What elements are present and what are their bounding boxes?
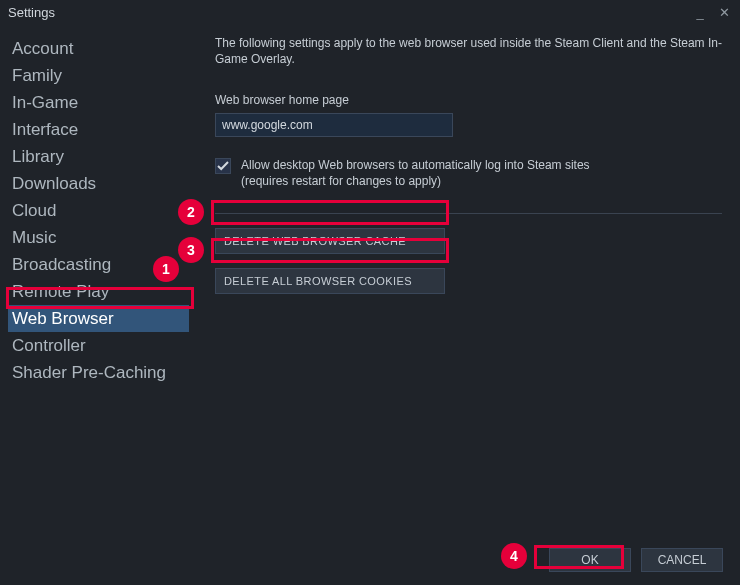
sidebar-item-web-browser[interactable]: Web Browser: [8, 305, 189, 332]
sidebar-item-family[interactable]: Family: [8, 62, 189, 89]
sidebar-item-broadcasting[interactable]: Broadcasting: [8, 251, 189, 278]
sidebar-item-in-game[interactable]: In-Game: [8, 89, 189, 116]
sidebar-item-controller[interactable]: Controller: [8, 332, 189, 359]
window-title: Settings: [8, 5, 692, 20]
main-panel: The following settings apply to the web …: [195, 25, 740, 535]
minimize-icon[interactable]: _: [692, 5, 708, 20]
sidebar-item-shader-pre-caching[interactable]: Shader Pre-Caching: [8, 359, 189, 386]
titlebar: Settings _ ✕: [0, 0, 740, 25]
sidebar-item-cloud[interactable]: Cloud: [8, 197, 189, 224]
autologin-checkbox[interactable]: [215, 158, 231, 174]
window-controls: _ ✕: [692, 5, 732, 20]
autologin-note: (requires restart for changes to apply): [241, 174, 441, 188]
autologin-row: Allow desktop Web browsers to automatica…: [215, 157, 722, 189]
check-icon: [217, 160, 229, 172]
ok-button[interactable]: OK: [549, 548, 631, 572]
sidebar-item-music[interactable]: Music: [8, 224, 189, 251]
cancel-button[interactable]: CANCEL: [641, 548, 723, 572]
sidebar-item-remote-play[interactable]: Remote Play: [8, 278, 189, 305]
sidebar-item-downloads[interactable]: Downloads: [8, 170, 189, 197]
delete-cookies-button[interactable]: DELETE ALL BROWSER COOKIES: [215, 268, 445, 294]
sidebar-item-interface[interactable]: Interface: [8, 116, 189, 143]
homepage-label: Web browser home page: [215, 93, 722, 107]
divider: [215, 213, 722, 214]
panel-description: The following settings apply to the web …: [215, 35, 722, 67]
settings-sidebar: Account Family In-Game Interface Library…: [0, 25, 195, 535]
sidebar-item-library[interactable]: Library: [8, 143, 189, 170]
autologin-label: Allow desktop Web browsers to automatica…: [241, 157, 590, 189]
delete-cache-button[interactable]: DELETE WEB BROWSER CACHE: [215, 228, 445, 254]
content-area: Account Family In-Game Interface Library…: [0, 25, 740, 535]
annotation-badge-4: 4: [501, 543, 527, 569]
footer: OK CANCEL: [549, 548, 723, 572]
homepage-input[interactable]: www.google.com: [215, 113, 453, 137]
close-icon[interactable]: ✕: [716, 5, 732, 20]
autologin-label-text: Allow desktop Web browsers to automatica…: [241, 158, 590, 172]
sidebar-item-account[interactable]: Account: [8, 35, 189, 62]
